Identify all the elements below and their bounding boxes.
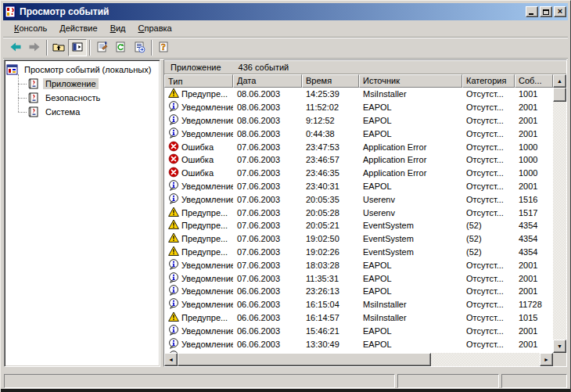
cell-type: Уведомление	[164, 325, 233, 337]
cell-time: 20:05:35	[302, 195, 359, 204]
cell-date: 08.06.2003	[233, 89, 302, 99]
cell-category: Отсутст...	[462, 142, 515, 152]
scroll-left-button[interactable]: ◄	[164, 353, 178, 366]
tree-item-3[interactable]: Система	[14, 105, 158, 119]
back-button[interactable]	[6, 39, 25, 56]
table-row[interactable]: Предупре...07.06.200320:05:28UserenvОтсу…	[164, 206, 553, 219]
table-row[interactable]: Уведомление06.06.200313:30:49EAPOLОтсутс…	[164, 337, 553, 351]
scroll-up-button[interactable]: ▲	[553, 74, 566, 88]
menu-item-3[interactable]: Вид	[104, 22, 132, 35]
tree-item-label: Система	[43, 106, 82, 117]
table-row[interactable]: Уведомление07.06.200323:40:31EAPOLОтсутс…	[164, 180, 553, 193]
cell-type-label: Ошибка	[181, 155, 214, 164]
cell-type: Уведомление	[164, 114, 233, 127]
refresh-button[interactable]	[111, 39, 130, 56]
tree-root-event-viewer[interactable]: Просмотр событий (локальных)	[6, 63, 158, 77]
cell-source: EAPOL	[359, 340, 462, 349]
table-row[interactable]: Ошибка07.06.200323:47:53Application Erro…	[164, 140, 553, 153]
cell-event_id: 2001	[515, 274, 553, 283]
table-row[interactable]: Предупре...07.06.200320:05:21EventSystem…	[164, 219, 553, 232]
error-event-icon	[168, 167, 181, 179]
table-row[interactable]: Предупре...07.06.200319:02:26EventSystem…	[164, 246, 553, 259]
forward-button[interactable]	[25, 39, 44, 56]
export-list-icon	[133, 41, 145, 55]
maximize-button[interactable]	[540, 6, 552, 17]
column-header-category[interactable]: Категория	[462, 74, 515, 88]
column-header-time[interactable]: Время	[302, 74, 359, 88]
menubar: КонсольДействиеВидСправка	[3, 20, 568, 38]
warning-event-icon	[168, 232, 181, 245]
info-event-icon	[168, 128, 181, 140]
table-row[interactable]: Уведомление08.06.20039:12:52EAPOLОтсутст…	[164, 114, 553, 128]
cell-type: Предупре...	[164, 232, 233, 245]
horizontal-scroll-track[interactable]	[178, 353, 540, 366]
toolbar-separator	[46, 40, 47, 56]
cell-event_id: 2001	[515, 261, 553, 270]
cell-date: 07.06.2003	[233, 208, 302, 218]
cell-type: Ошибка	[164, 167, 233, 179]
info-event-icon	[168, 114, 181, 127]
scrollbar-corner	[553, 353, 566, 366]
show-hide-tree-button[interactable]	[68, 39, 87, 56]
column-header-date[interactable]: Дата	[233, 74, 302, 88]
close-button[interactable]: ×	[554, 6, 566, 17]
table-row[interactable]: Уведомление07.06.200320:05:35UserenvОтсу…	[164, 192, 553, 206]
table-row[interactable]: Уведомление08.06.200311:52:02EAPOLОтсутс…	[164, 101, 553, 114]
column-header-source[interactable]: Источник	[359, 74, 462, 88]
scroll-right-button[interactable]: ►	[540, 353, 553, 366]
menu-item-1[interactable]: Консоль	[8, 22, 53, 35]
table-row[interactable]: Ошибка07.06.200323:46:57Application Erro…	[164, 153, 553, 167]
cell-type: Ошибка	[164, 141, 233, 153]
cell-time: 23:26:13	[302, 286, 359, 296]
up-one-level-button[interactable]	[49, 39, 68, 56]
table-row[interactable]: Ошибка07.06.200323:46:35Application Erro…	[164, 167, 553, 180]
table-row[interactable]: Уведомление06.06.200316:15:04MsiInstalle…	[164, 298, 553, 311]
cell-type-label: Уведомление	[181, 261, 233, 270]
export-list-button[interactable]	[130, 39, 149, 56]
table-row[interactable]: Предупре...08.06.200314:25:39MsiInstalle…	[164, 88, 553, 101]
cell-source: Application Error	[359, 142, 462, 152]
cell-event_id: 11728	[515, 300, 553, 309]
vertical-scroll-thumb[interactable]	[553, 88, 566, 102]
up-folder-icon	[52, 41, 65, 55]
cell-date: 07.06.2003	[233, 195, 302, 204]
table-row[interactable]: Предупре...07.06.200319:02:50EventSystem…	[164, 232, 553, 246]
cell-type-label: Уведомление	[181, 340, 233, 349]
horizontal-scroll-thumb[interactable]	[178, 353, 431, 366]
help-button[interactable]: ?	[154, 39, 173, 56]
table-row[interactable]: Предупре...06.06.200316:14:57MsiInstalle…	[164, 311, 553, 325]
cell-type-label: Уведомление	[181, 195, 233, 204]
properties-button[interactable]	[92, 39, 111, 56]
column-header-type[interactable]: Тип	[164, 74, 233, 88]
cell-source: EAPOL	[359, 274, 462, 283]
cell-date: 08.06.2003	[233, 102, 302, 112]
info-event-icon	[168, 180, 181, 192]
properties-icon	[95, 41, 108, 55]
tree-item-1[interactable]: Приложение	[14, 77, 158, 91]
log-book-icon	[27, 106, 40, 118]
vertical-scrollbar[interactable]: ▲ ▼	[553, 74, 566, 353]
menu-item-4[interactable]: Справка	[132, 22, 178, 35]
table-row[interactable]: Уведомление06.06.200323:26:13EAPOLОтсутс…	[164, 285, 553, 298]
table-row[interactable]: Уведомление06.06.200315:46:21EAPOLОтсутс…	[164, 324, 553, 337]
cell-source: EAPOL	[359, 116, 462, 125]
title-bar[interactable]: Просмотр событий ×	[3, 3, 568, 20]
cell-date: 06.06.2003	[233, 286, 302, 296]
horizontal-scrollbar[interactable]: ◄ ►	[164, 353, 553, 366]
tree-root-label: Просмотр событий (локальных)	[22, 64, 153, 75]
minimize-button[interactable]	[526, 6, 538, 17]
cell-event_id: 1015	[515, 313, 553, 322]
cell-type: Предупре...	[164, 311, 233, 324]
column-headers: ТипДатаВремяИсточникКатегорияСоб...	[164, 74, 553, 88]
scroll-down-button[interactable]: ▼	[553, 340, 566, 353]
column-header-event[interactable]: Соб...	[515, 74, 553, 88]
tree-item-2[interactable]: Безопасность	[14, 91, 158, 105]
table-row[interactable]: Уведомление08.06.20030:44:38EAPOLОтсутст…	[164, 127, 553, 140]
cell-event_id: 2001	[515, 129, 553, 138]
menu-item-2[interactable]: Действие	[53, 22, 103, 35]
table-row[interactable]: Уведомление07.06.200318:03:28EAPOLОтсутс…	[164, 258, 553, 272]
toolbar: ?	[3, 38, 568, 59]
table-row[interactable]: Уведомление07.06.200311:35:31EAPOLОтсутс…	[164, 272, 553, 285]
log-book-icon	[27, 77, 40, 90]
cell-date: 06.06.2003	[233, 340, 302, 349]
